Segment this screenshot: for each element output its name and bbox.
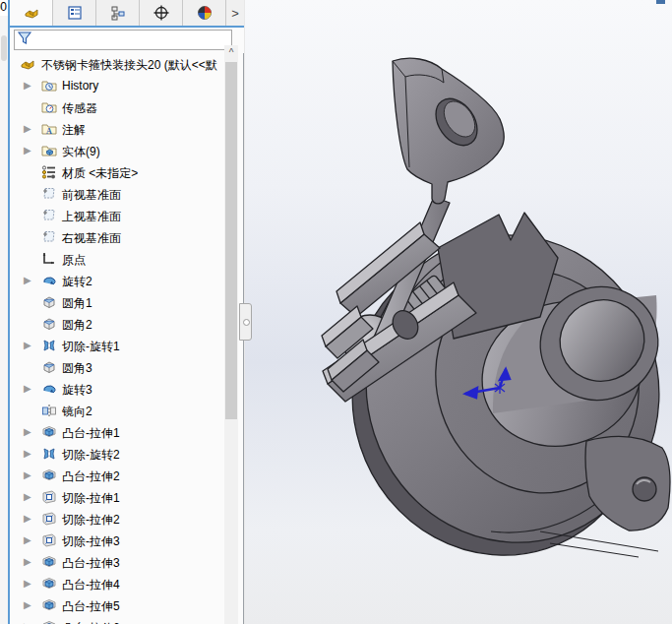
filter-row [10, 28, 244, 53]
plane-icon [41, 186, 57, 202]
expand-arrow-icon[interactable]: ▶ [24, 469, 33, 481]
tree-item[interactable]: ▶切除-拉伸2 [10, 508, 224, 530]
expand-arrow-icon[interactable]: ▶ [24, 123, 33, 135]
tree-item-label: 传感器 [62, 100, 97, 117]
tree-item[interactable]: ▶切除-拉伸3 [10, 530, 224, 551]
expand-arrow-icon[interactable]: ▶ [24, 448, 33, 460]
display-sphere-icon [197, 5, 213, 21]
tree-item[interactable]: 材质 <未指定> [10, 161, 224, 183]
tab-overflow-arrow[interactable]: > [226, 0, 244, 26]
expand-arrow-icon[interactable]: ▶ [24, 145, 33, 156]
3d-model-clamp-fitting[interactable] [245, 0, 672, 624]
expand-arrow-icon[interactable]: ▶ [24, 383, 33, 395]
tree-item[interactable]: 圆角3 [10, 356, 224, 378]
tree-root-item[interactable]: 不锈钢卡箍快装接头20 (默认<<默 [10, 53, 224, 75]
configurationmanager-tab[interactable] [96, 0, 140, 26]
graphics-viewport[interactable] [245, 0, 672, 624]
cut-extrude-icon [41, 532, 57, 548]
tree-item-label: 注解 [62, 122, 86, 139]
tree-item[interactable]: ▶旋转3 [10, 378, 224, 400]
tree-item[interactable]: ▶切除-拉伸1 [10, 486, 224, 508]
expand-arrow-icon[interactable]: ▶ [24, 491, 33, 503]
scrollbar-up-arrow[interactable]: ^ [224, 45, 238, 61]
svg-text:A: A [46, 127, 52, 136]
tree-item-label: 不锈钢卡箍快装接头20 (默认<<默 [41, 57, 217, 74]
tree-item-label: History [62, 79, 98, 93]
featuremanager-tree-tab[interactable] [10, 0, 53, 26]
tree-item-label: 凸台-拉伸2 [62, 468, 120, 485]
tree-item[interactable]: ▶凸台-拉伸3 [10, 551, 224, 573]
tree-item[interactable]: ▶凸台-拉伸2 [10, 465, 224, 486]
displaymanager-tab[interactable] [183, 0, 226, 26]
expand-arrow-icon[interactable]: ▶ [24, 556, 33, 568]
featuremanager-tab-bar: > [10, 0, 244, 28]
filter-funnel-icon [17, 31, 32, 50]
left-mini-scrollbar[interactable] [1, 35, 7, 61]
tree-item[interactable]: 前视基准面 [10, 183, 224, 205]
part-yellow-icon [24, 5, 39, 21]
expand-arrow-icon[interactable]: ▶ [24, 534, 33, 546]
part-root-icon [20, 56, 35, 72]
expand-arrow-icon[interactable]: ▶ [24, 426, 33, 438]
tree-filter-input[interactable] [14, 30, 232, 50]
tree-item-label: 圆角3 [62, 360, 92, 377]
tree-item[interactable]: 圆角1 [10, 291, 224, 313]
cut-revolve-icon [41, 338, 57, 353]
tree-item[interactable]: ▶旋转2 [10, 270, 224, 291]
expand-arrow-icon[interactable]: ▶ [24, 80, 33, 92]
tree-item[interactable]: ▶实体(9) [10, 140, 224, 161]
plane-icon [41, 208, 57, 223]
tree-item[interactable]: ▶History [10, 75, 224, 96]
boss-extrude-icon [41, 619, 57, 624]
cut-extrude-icon [41, 511, 57, 527]
tree-item-label: 切除-旋转1 [62, 339, 120, 355]
tree-item[interactable]: 上视基准面 [10, 205, 224, 226]
tree-item-label: 前视基准面 [62, 187, 121, 204]
boss-extrude-icon [41, 424, 57, 440]
property-list-icon [67, 5, 83, 21]
tree-item[interactable]: 圆角2 [10, 313, 224, 335]
tree-item[interactable]: 镜向2 [10, 400, 224, 421]
tree-item-label: 材质 <未指定> [62, 165, 138, 182]
expand-arrow-icon[interactable]: ▶ [24, 599, 33, 611]
scrollbar-thumb[interactable] [225, 62, 237, 419]
feature-tree: 不锈钢卡箍快装接头20 (默认<<默▶History传感器▶A注解▶实体(9)材… [10, 53, 224, 624]
expand-arrow-icon[interactable]: ▶ [24, 513, 33, 525]
tree-item[interactable]: ▶A注解 [10, 118, 224, 140]
tree-item[interactable]: ▶凸台-拉伸4 [10, 573, 224, 594]
tree-item[interactable]: ▶凸台-拉伸5 [10, 594, 224, 616]
fillet-icon [41, 316, 57, 332]
tree-item-label: 右视基准面 [62, 230, 121, 247]
tree-item[interactable]: ▶凸台-拉伸6 [10, 616, 224, 624]
tree-item-label: 镜向2 [62, 404, 92, 420]
tree-item[interactable]: 传感器 [10, 96, 224, 118]
splitter-grip-icon [243, 319, 250, 326]
solid-folder-icon [41, 143, 57, 158]
tree-item[interactable]: ▶切除-旋转2 [10, 443, 224, 465]
expand-arrow-icon[interactable]: ▶ [24, 275, 33, 286]
dimxpert-target-icon [153, 5, 169, 21]
tree-scrollbar[interactable]: ^ [224, 45, 238, 624]
tree-item-label: 切除-拉伸2 [62, 512, 120, 529]
tree-item[interactable]: 原点 [10, 248, 224, 270]
featuremanager-panel: > 不锈钢卡箍快装接头20 (默认<<默▶History传感器▶A注解▶实体(9… [10, 0, 244, 624]
panel-splitter-handle[interactable] [239, 303, 252, 341]
tree-item-label: 凸台-拉伸1 [62, 425, 120, 442]
fillet-icon [41, 294, 57, 310]
dimxpertmanager-tab[interactable] [140, 0, 183, 26]
tree-item-label: 圆角1 [62, 295, 92, 312]
tree-item-label: 旋转2 [62, 274, 92, 290]
history-folder-icon [41, 78, 57, 94]
config-tree-icon [110, 5, 126, 21]
tree-item[interactable]: ▶凸台-拉伸1 [10, 421, 224, 443]
boss-extrude-icon [41, 468, 57, 483]
tree-item-label: 凸台-拉伸6 [62, 620, 120, 624]
expand-arrow-icon[interactable]: ▶ [24, 578, 33, 590]
expand-arrow-icon[interactable]: ▶ [24, 340, 33, 351]
tree-item[interactable]: ▶切除-旋转1 [10, 335, 224, 356]
tree-item-label: 切除-拉伸3 [62, 533, 120, 550]
tree-item-label: 原点 [62, 252, 86, 269]
revolve-icon [41, 381, 57, 397]
propertymanager-tab[interactable] [53, 0, 96, 26]
tree-item[interactable]: 右视基准面 [10, 226, 224, 248]
